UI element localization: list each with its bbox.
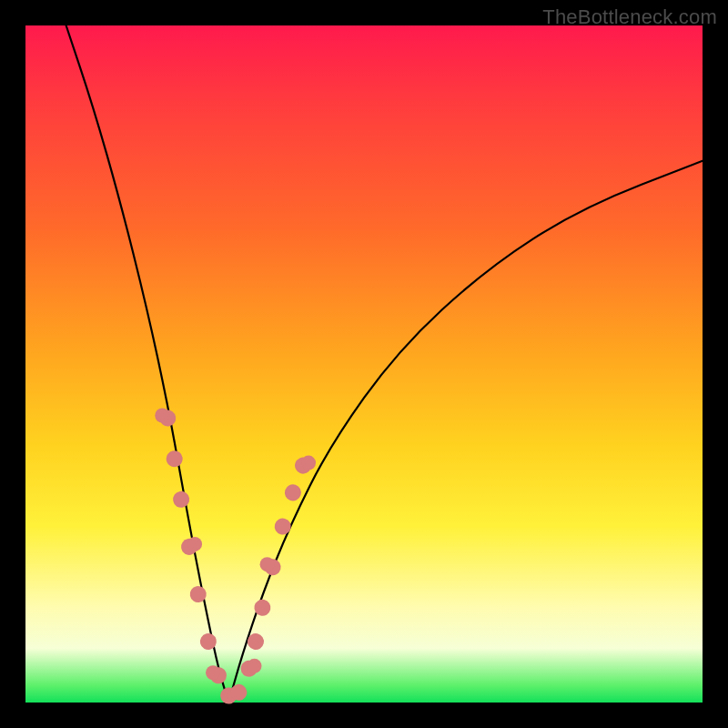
svg-rect-13 (273, 517, 293, 537)
svg-rect-14 (282, 482, 303, 503)
bead (273, 517, 293, 537)
curve-right-branch (228, 161, 703, 703)
bead-dot (301, 456, 316, 470)
svg-rect-5 (198, 632, 218, 652)
svg-rect-2 (172, 490, 191, 509)
bead-markers (155, 409, 316, 708)
svg-rect-1 (165, 450, 184, 469)
bead-dot (187, 537, 202, 551)
bead (198, 632, 218, 652)
bead (172, 490, 191, 509)
watermark-text: TheBottleneck.com (542, 5, 717, 29)
curve-left-branch (66, 25, 229, 703)
bead (165, 450, 184, 469)
bottleneck-curve (25, 25, 703, 703)
bead-dot (260, 557, 275, 571)
bead (282, 482, 303, 503)
plot-area (25, 25, 703, 703)
bead-dot (248, 659, 262, 673)
chart-frame: TheBottleneck.com (0, 0, 728, 728)
bead-dot (206, 665, 220, 680)
bead-dot (155, 409, 169, 423)
